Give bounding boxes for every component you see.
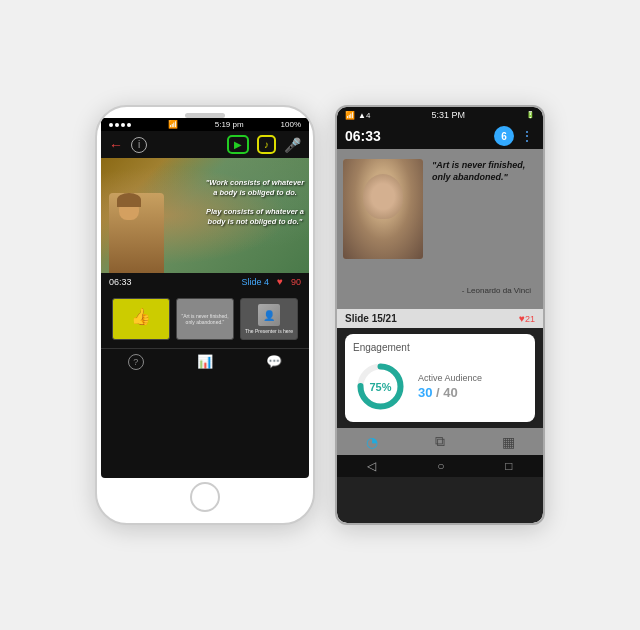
slide-info-row: Slide 15/21 ♥ 21 — [337, 309, 543, 328]
signal-dots — [109, 123, 131, 127]
active-audience-label: Active Audience — [418, 373, 482, 383]
info-bar-left: 06:33 Slide 4 ♥ 90 — [101, 273, 309, 290]
right-icons: 6 ⋮ — [494, 126, 535, 146]
thumbnail-2[interactable]: "Art is never finished, only abandoned." — [176, 298, 234, 340]
quote-text-right: "Art is never finished, only abandoned." — [432, 160, 525, 182]
quote-box: "Art is never finished, only abandoned." — [432, 159, 537, 183]
likes-count-right: 21 — [525, 314, 535, 324]
thumbnail-3[interactable]: 👤 The Presenter is here — [240, 298, 298, 340]
left-screen: 📶 5:19 pm 100% ← i ▶ ♪ 🎤 — [101, 118, 309, 478]
davinci-face — [343, 159, 423, 259]
help-icon[interactable]: ? — [128, 354, 144, 370]
percent-label: 75% — [369, 381, 391, 393]
left-phone: 📶 5:19 pm 100% ← i ▶ ♪ 🎤 — [95, 105, 315, 525]
bottom-bar-left: ? 📊 💬 — [101, 348, 309, 375]
timer-right: 06:33 — [345, 128, 381, 144]
person-image: 👤 — [258, 304, 280, 326]
audience-count: 30 / 40 — [418, 385, 482, 400]
android-home[interactable]: ○ — [437, 459, 444, 473]
status-bar-left: 📶 5:19 pm 100% — [101, 118, 309, 131]
figure — [109, 193, 164, 273]
slide-label-right: Slide 15/21 — [345, 313, 397, 324]
battery-right: 🔋 — [526, 111, 535, 119]
thumb-2-text: "Art is never finished, only abandoned." — [179, 313, 231, 325]
audience-badge: 6 — [494, 126, 514, 146]
android-back[interactable]: ◁ — [367, 459, 376, 473]
toolbar-left: ← i ▶ ♪ 🎤 — [101, 131, 309, 158]
timer-bar-right: 06:33 6 ⋮ — [337, 123, 543, 149]
battery-left: 100% — [281, 120, 301, 129]
audio-icon: ♪ — [264, 139, 269, 150]
right-phone: 📶 ▲4 5:31 PM 🔋 06:33 6 ⋮ — [335, 105, 545, 525]
slide-quote-area: "Art is never finished, only abandoned."… — [337, 149, 543, 309]
count-total: 40 — [443, 385, 457, 400]
donut-chart: 75% — [353, 359, 408, 414]
count-active: 30 — [418, 385, 432, 400]
slide-image: "Work consists of whatever a body is obl… — [101, 158, 309, 273]
copy-icon[interactable]: ⧉ — [435, 433, 445, 450]
signal-icons: 📶 ▲4 — [345, 111, 370, 120]
likes-count-left: 90 — [291, 277, 301, 287]
thumbnails: "Art is never finished, only abandoned."… — [101, 290, 309, 348]
wifi-icon: 📶 — [168, 120, 178, 129]
presenter-label: The Presenter is here — [245, 328, 293, 334]
chat-icon[interactable]: 💬 — [266, 354, 282, 370]
timer-left: 06:33 — [109, 277, 132, 287]
time-right: 5:31 PM — [431, 110, 465, 120]
engagement-body: 75% Active Audience 30 / 40 — [353, 359, 527, 414]
home-button-left[interactable] — [190, 482, 220, 512]
davinci-portrait — [343, 159, 423, 259]
slide-quote: "Work consists of whatever a body is obl… — [205, 178, 305, 227]
bottom-nav-right: ◔ ⧉ ▦ — [337, 428, 543, 455]
time-left: 5:19 pm — [215, 120, 244, 129]
info-icon[interactable]: i — [131, 137, 147, 153]
thumbnail-1[interactable] — [112, 298, 170, 340]
android-nav: ◁ ○ □ — [337, 455, 543, 477]
chart-icon[interactable]: 📊 — [197, 354, 213, 370]
wifi-icon-right: 📶 — [345, 111, 355, 120]
signal-icon-right: ▲4 — [358, 111, 370, 120]
count-separator: / — [436, 385, 440, 400]
slide-number-left: Slide 4 — [242, 277, 270, 287]
video-icon: ▶ — [234, 139, 242, 150]
back-icon[interactable]: ← — [109, 137, 123, 153]
menu-dots-icon[interactable]: ⋮ — [520, 128, 535, 144]
engagement-title: Engagement — [353, 342, 527, 353]
quote-author: - Leonardo da Vinci — [462, 286, 531, 295]
slides-icon[interactable]: ▦ — [502, 434, 515, 450]
gauge-icon[interactable]: ◔ — [366, 434, 378, 450]
hat — [117, 193, 141, 207]
audio-button[interactable]: ♪ — [257, 135, 276, 154]
heart-icon-left: ♥ — [277, 276, 283, 287]
android-recents[interactable]: □ — [505, 459, 512, 473]
mic-icon[interactable]: 🎤 — [284, 137, 301, 153]
engagement-stats: Active Audience 30 / 40 — [418, 373, 482, 400]
status-bar-right: 📶 ▲4 5:31 PM 🔋 — [337, 107, 543, 123]
video-button[interactable]: ▶ — [227, 135, 249, 154]
engagement-card: Engagement 75% Active Audience — [345, 334, 535, 422]
right-screen: 📶 ▲4 5:31 PM 🔋 06:33 6 ⋮ — [337, 107, 543, 523]
